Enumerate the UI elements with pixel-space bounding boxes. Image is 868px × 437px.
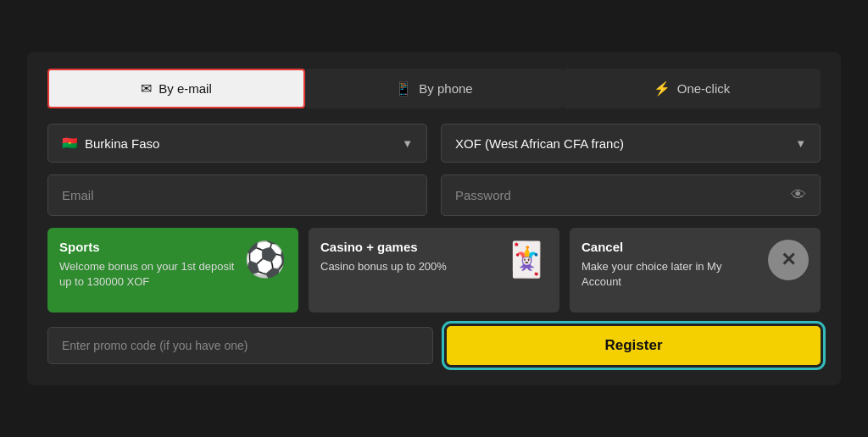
email-input[interactable] [62,188,413,202]
bonus-card-cancel[interactable]: Cancel Make your choice later in My Acco… [570,228,821,313]
eye-toggle-icon[interactable]: 👁 [791,186,806,204]
email-icon: ✉ [141,80,152,97]
tab-email-label: By e-mail [159,81,212,96]
cancel-card-desc: Make your choice later in My Account [581,259,761,290]
tab-oneclick[interactable]: ⚡ One-click [563,69,821,108]
lightning-icon: ⚡ [654,80,670,97]
password-input[interactable] [455,188,791,202]
registration-modal: ✉ By e-mail 📱 By phone ⚡ One-click 🇧🇫 Bu… [27,52,841,385]
casino-card-title: Casino + games [320,240,498,254]
bonus-card-casino[interactable]: Casino + games Casino bonus up to 200% 🃏 [309,228,559,313]
tab-phone[interactable]: 📱 By phone [305,69,563,108]
currency-value: XOF (West African CFA franc) [455,136,624,151]
cards-icon: 🃏 [505,240,548,279]
bonus-cards-row: Sports Welcome bonus on your 1st deposit… [47,228,821,313]
sports-card-desc: Welcome bonus on your 1st deposit up to … [59,259,237,290]
registration-tabs: ✉ By e-mail 📱 By phone ⚡ One-click [47,69,821,108]
chevron-down-icon: ▼ [795,137,806,150]
sports-card-title: Sports [59,240,237,254]
password-field-wrapper: 👁 [441,174,821,216]
currency-dropdown[interactable]: XOF (West African CFA franc) ▼ [441,124,821,163]
bonus-card-sports[interactable]: Sports Welcome bonus on your 1st deposit… [47,228,298,313]
cancel-card-title: Cancel [581,240,761,254]
promo-code-input[interactable] [47,327,433,364]
email-field-wrapper [47,174,427,216]
chevron-down-icon: ▼ [402,137,413,150]
soccer-ball-icon: ⚽ [244,240,287,279]
sports-card-text: Sports Welcome bonus on your 1st deposit… [59,240,237,290]
credentials-row: 👁 [47,174,821,216]
tab-oneclick-label: One-click [677,81,731,96]
bottom-row: Register [47,326,821,365]
tab-email[interactable]: ✉ By e-mail [47,69,305,108]
cancel-icon: ✕ [768,240,809,280]
casino-card-desc: Casino bonus up to 200% [320,259,498,274]
phone-icon: 📱 [395,80,412,97]
register-button[interactable]: Register [447,326,821,365]
country-value: Burkina Faso [85,136,159,151]
country-currency-row: 🇧🇫 Burkina Faso ▼ XOF (West African CFA … [47,124,821,163]
country-dropdown[interactable]: 🇧🇫 Burkina Faso ▼ [47,124,427,163]
cancel-card-text: Cancel Make your choice later in My Acco… [581,240,761,290]
tab-phone-label: By phone [419,81,472,96]
casino-card-text: Casino + games Casino bonus up to 200% [320,240,498,274]
country-flag: 🇧🇫 [62,136,78,151]
